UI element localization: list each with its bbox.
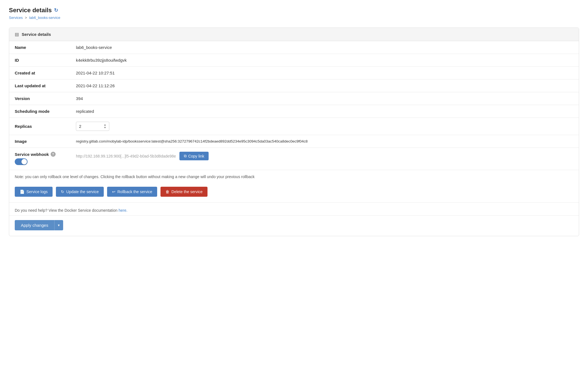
toggle-thumb (21, 159, 27, 164)
table-row-updated: Last updated at 2021-04-22 11:12:26 (9, 79, 579, 92)
name-value: lab6_books-service (70, 41, 579, 54)
toggle-track[interactable] (15, 158, 28, 165)
apply-section: Apply changes ▾ (9, 215, 579, 236)
name-label: Name (9, 41, 70, 54)
help-section: Do you need help? View the Docker Servic… (9, 202, 579, 215)
created-label: Created at (9, 67, 70, 79)
detail-table: Name lab6_books-service ID k4ekk8rbu39zj… (9, 41, 579, 170)
breadcrumb-current-link[interactable]: lab6_books-service (29, 16, 60, 20)
updated-label: Last updated at (9, 79, 70, 92)
delete-service-button[interactable]: 🗑 Delete the service (160, 187, 207, 197)
replicas-label: Replicas (9, 118, 70, 135)
table-row-replicas: Replicas ▲ ▼ (9, 118, 579, 135)
apply-changes-dropdown-button[interactable]: ▾ (54, 220, 63, 230)
image-value: registry.gitlab.com/mobylab-idp/booksser… (70, 135, 579, 148)
table-row-name: Name lab6_books-service (9, 41, 579, 54)
rollback-service-button[interactable]: ↩ Rollback the service (107, 187, 157, 197)
page-title-text: Service details (9, 7, 52, 14)
table-row-image: Image registry.gitlab.com/mobylab-idp/bo… (9, 135, 579, 148)
toggle-switch[interactable] (15, 158, 28, 165)
table-row-created: Created at 2021-04-22 10:27:51 (9, 67, 579, 79)
help-icon[interactable]: ? (51, 152, 56, 157)
logs-icon: 📄 (20, 189, 24, 194)
rollback-icon: ↩ (112, 189, 115, 194)
scheduling-label: Scheduling mode (9, 105, 70, 118)
image-label: Image (9, 135, 70, 148)
chevron-down-icon: ▾ (58, 223, 60, 227)
webhook-label-cell: Service webhook ? (9, 148, 70, 170)
id-value: k4ekk8rbu39zjjs8ouifwdgvk (70, 54, 579, 67)
note-section: Note: you can only rollback one level of… (9, 170, 579, 183)
version-label: Version (9, 92, 70, 105)
update-service-button[interactable]: ↻ Update the service (56, 187, 104, 197)
service-details-card: ▤ Service details Name lab6_books-servic… (9, 28, 579, 236)
replicas-input[interactable] (79, 124, 96, 129)
card-header-title: Service details (22, 32, 51, 37)
table-row-id: ID k4ekk8rbu39zjjs8ouifwdgvk (9, 54, 579, 67)
spinbox-arrows[interactable]: ▲ ▼ (104, 124, 106, 129)
delete-service-label: Delete the service (171, 189, 202, 194)
apply-button-group: Apply changes ▾ (15, 220, 63, 230)
card-header: ▤ Service details (9, 28, 579, 41)
rollback-service-label: Rollback the service (117, 189, 152, 194)
copy-link-button[interactable]: ⧉ Copy link (179, 152, 209, 160)
replicas-cell: ▲ ▼ (70, 118, 579, 135)
breadcrumb: Services > lab6_books-service (9, 16, 579, 20)
help-text: Do you need help? View the Docker Servic… (15, 208, 118, 213)
table-row-scheduling: Scheduling mode replicated (9, 105, 579, 118)
table-row-version: Version 394 (9, 92, 579, 105)
id-label: ID (9, 54, 70, 67)
updated-value: 2021-04-22 11:12:26 (70, 79, 579, 92)
breadcrumb-separator: > (25, 16, 27, 20)
copy-link-label: Copy link (188, 154, 204, 158)
webhook-url: http://192.168.99.126:900[...]l5-49d2-b0… (76, 154, 176, 158)
trash-icon: 🗑 (165, 189, 169, 194)
scheduling-value: replicated (70, 105, 579, 118)
update-service-label: Update the service (66, 189, 99, 194)
update-icon: ↻ (61, 189, 64, 194)
version-value: 394 (70, 92, 579, 105)
note-text: Note: you can only rollback one level of… (15, 174, 255, 179)
page-header: Service details ↻ Services > lab6_books-… (9, 7, 579, 20)
service-logs-label: Service logs (26, 189, 48, 194)
webhook-label-text: Service webhook (15, 152, 49, 157)
actions-section: 📄 Service logs ↻ Update the service ↩ Ro… (9, 183, 579, 202)
table-row-webhook: Service webhook ? http://192.168.99.126:… (9, 148, 579, 170)
breadcrumb-services-link[interactable]: Services (9, 16, 23, 20)
replicas-spinbox[interactable]: ▲ ▼ (76, 122, 109, 131)
webhook-value-cell: http://192.168.99.126:900[...]l5-49d2-b0… (70, 148, 579, 164)
spinbox-down-arrow[interactable]: ▼ (104, 126, 106, 129)
webhook-label-row: Service webhook ? (15, 152, 65, 157)
service-logs-button[interactable]: 📄 Service logs (15, 187, 53, 197)
refresh-icon[interactable]: ↻ (54, 7, 58, 13)
card-header-icon: ▤ (15, 32, 19, 37)
copy-icon: ⧉ (184, 154, 187, 158)
page-title-row: Service details ↻ (9, 7, 579, 14)
help-link[interactable]: here. (118, 208, 127, 213)
spinbox-up-arrow[interactable]: ▲ (104, 124, 106, 126)
created-value: 2021-04-22 10:27:51 (70, 67, 579, 79)
apply-changes-button[interactable]: Apply changes (15, 220, 54, 230)
